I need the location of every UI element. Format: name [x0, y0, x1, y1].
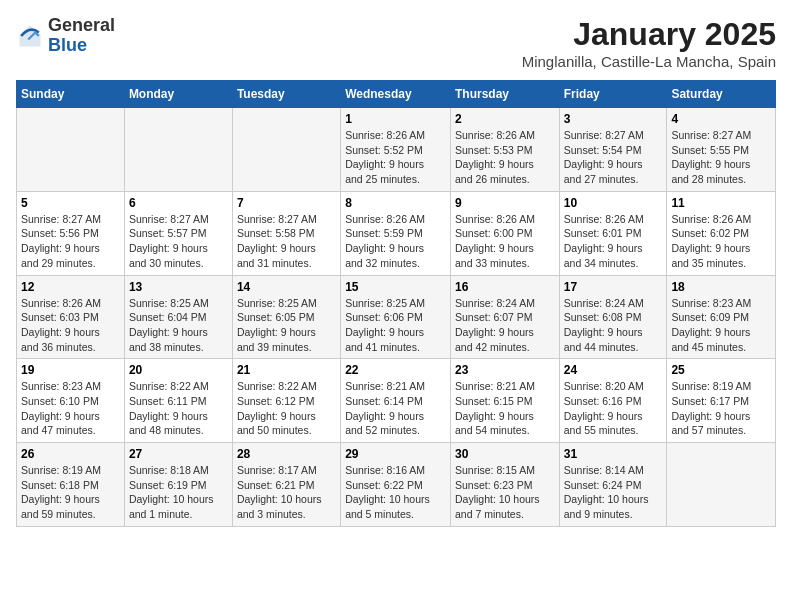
day-info: Sunrise: 8:26 AM Sunset: 6:02 PM Dayligh…: [671, 212, 771, 271]
day-number: 2: [455, 112, 555, 126]
day-info: Sunrise: 8:20 AM Sunset: 6:16 PM Dayligh…: [564, 379, 663, 438]
calendar-cell: 4Sunrise: 8:27 AM Sunset: 5:55 PM Daylig…: [667, 108, 776, 192]
day-info: Sunrise: 8:15 AM Sunset: 6:23 PM Dayligh…: [455, 463, 555, 522]
calendar-cell: 13Sunrise: 8:25 AM Sunset: 6:04 PM Dayli…: [124, 275, 232, 359]
day-number: 27: [129, 447, 228, 461]
logo: General Blue: [16, 16, 115, 56]
calendar-cell: 7Sunrise: 8:27 AM Sunset: 5:58 PM Daylig…: [232, 191, 340, 275]
day-number: 25: [671, 363, 771, 377]
logo-blue-text: Blue: [48, 36, 115, 56]
logo-text: General Blue: [48, 16, 115, 56]
calendar-week-row: 1Sunrise: 8:26 AM Sunset: 5:52 PM Daylig…: [17, 108, 776, 192]
calendar-cell: [17, 108, 125, 192]
calendar-cell: 12Sunrise: 8:26 AM Sunset: 6:03 PM Dayli…: [17, 275, 125, 359]
calendar-cell: 1Sunrise: 8:26 AM Sunset: 5:52 PM Daylig…: [341, 108, 451, 192]
day-info: Sunrise: 8:26 AM Sunset: 6:01 PM Dayligh…: [564, 212, 663, 271]
weekday-header-thursday: Thursday: [450, 81, 559, 108]
calendar-week-row: 12Sunrise: 8:26 AM Sunset: 6:03 PM Dayli…: [17, 275, 776, 359]
calendar-cell: 26Sunrise: 8:19 AM Sunset: 6:18 PM Dayli…: [17, 443, 125, 527]
calendar-cell: 20Sunrise: 8:22 AM Sunset: 6:11 PM Dayli…: [124, 359, 232, 443]
day-info: Sunrise: 8:27 AM Sunset: 5:55 PM Dayligh…: [671, 128, 771, 187]
day-number: 4: [671, 112, 771, 126]
day-info: Sunrise: 8:25 AM Sunset: 6:06 PM Dayligh…: [345, 296, 446, 355]
day-info: Sunrise: 8:21 AM Sunset: 6:14 PM Dayligh…: [345, 379, 446, 438]
day-number: 8: [345, 196, 446, 210]
day-number: 18: [671, 280, 771, 294]
day-info: Sunrise: 8:23 AM Sunset: 6:09 PM Dayligh…: [671, 296, 771, 355]
day-number: 10: [564, 196, 663, 210]
day-info: Sunrise: 8:25 AM Sunset: 6:05 PM Dayligh…: [237, 296, 336, 355]
calendar-cell: 17Sunrise: 8:24 AM Sunset: 6:08 PM Dayli…: [559, 275, 667, 359]
day-info: Sunrise: 8:25 AM Sunset: 6:04 PM Dayligh…: [129, 296, 228, 355]
day-info: Sunrise: 8:26 AM Sunset: 5:53 PM Dayligh…: [455, 128, 555, 187]
calendar-cell: 31Sunrise: 8:14 AM Sunset: 6:24 PM Dayli…: [559, 443, 667, 527]
calendar-cell: 28Sunrise: 8:17 AM Sunset: 6:21 PM Dayli…: [232, 443, 340, 527]
day-info: Sunrise: 8:17 AM Sunset: 6:21 PM Dayligh…: [237, 463, 336, 522]
day-number: 22: [345, 363, 446, 377]
day-info: Sunrise: 8:27 AM Sunset: 5:57 PM Dayligh…: [129, 212, 228, 271]
day-number: 17: [564, 280, 663, 294]
calendar-cell: 6Sunrise: 8:27 AM Sunset: 5:57 PM Daylig…: [124, 191, 232, 275]
calendar-cell: 27Sunrise: 8:18 AM Sunset: 6:19 PM Dayli…: [124, 443, 232, 527]
calendar-cell: 25Sunrise: 8:19 AM Sunset: 6:17 PM Dayli…: [667, 359, 776, 443]
calendar-cell: 18Sunrise: 8:23 AM Sunset: 6:09 PM Dayli…: [667, 275, 776, 359]
logo-general-text: General: [48, 16, 115, 36]
title-block: January 2025 Minglanilla, Castille-La Ma…: [522, 16, 776, 70]
calendar-week-row: 5Sunrise: 8:27 AM Sunset: 5:56 PM Daylig…: [17, 191, 776, 275]
day-number: 30: [455, 447, 555, 461]
weekday-header-sunday: Sunday: [17, 81, 125, 108]
logo-icon: [16, 22, 44, 50]
weekday-header-row: SundayMondayTuesdayWednesdayThursdayFrid…: [17, 81, 776, 108]
day-number: 14: [237, 280, 336, 294]
day-number: 24: [564, 363, 663, 377]
day-number: 6: [129, 196, 228, 210]
day-number: 15: [345, 280, 446, 294]
day-number: 1: [345, 112, 446, 126]
day-number: 26: [21, 447, 120, 461]
day-info: Sunrise: 8:23 AM Sunset: 6:10 PM Dayligh…: [21, 379, 120, 438]
calendar-cell: 8Sunrise: 8:26 AM Sunset: 5:59 PM Daylig…: [341, 191, 451, 275]
day-info: Sunrise: 8:26 AM Sunset: 6:00 PM Dayligh…: [455, 212, 555, 271]
day-info: Sunrise: 8:24 AM Sunset: 6:07 PM Dayligh…: [455, 296, 555, 355]
calendar-cell: 30Sunrise: 8:15 AM Sunset: 6:23 PM Dayli…: [450, 443, 559, 527]
day-number: 5: [21, 196, 120, 210]
calendar-cell: 5Sunrise: 8:27 AM Sunset: 5:56 PM Daylig…: [17, 191, 125, 275]
day-number: 28: [237, 447, 336, 461]
day-info: Sunrise: 8:19 AM Sunset: 6:18 PM Dayligh…: [21, 463, 120, 522]
day-number: 31: [564, 447, 663, 461]
day-info: Sunrise: 8:22 AM Sunset: 6:12 PM Dayligh…: [237, 379, 336, 438]
day-info: Sunrise: 8:21 AM Sunset: 6:15 PM Dayligh…: [455, 379, 555, 438]
calendar-cell: 16Sunrise: 8:24 AM Sunset: 6:07 PM Dayli…: [450, 275, 559, 359]
day-number: 7: [237, 196, 336, 210]
calendar-cell: [124, 108, 232, 192]
weekday-header-saturday: Saturday: [667, 81, 776, 108]
day-number: 13: [129, 280, 228, 294]
calendar-cell: 23Sunrise: 8:21 AM Sunset: 6:15 PM Dayli…: [450, 359, 559, 443]
day-number: 20: [129, 363, 228, 377]
day-number: 11: [671, 196, 771, 210]
day-info: Sunrise: 8:22 AM Sunset: 6:11 PM Dayligh…: [129, 379, 228, 438]
calendar-cell: 2Sunrise: 8:26 AM Sunset: 5:53 PM Daylig…: [450, 108, 559, 192]
day-info: Sunrise: 8:27 AM Sunset: 5:58 PM Dayligh…: [237, 212, 336, 271]
day-number: 3: [564, 112, 663, 126]
calendar-cell: 22Sunrise: 8:21 AM Sunset: 6:14 PM Dayli…: [341, 359, 451, 443]
calendar-cell: 24Sunrise: 8:20 AM Sunset: 6:16 PM Dayli…: [559, 359, 667, 443]
day-number: 29: [345, 447, 446, 461]
calendar-cell: [667, 443, 776, 527]
calendar-cell: 19Sunrise: 8:23 AM Sunset: 6:10 PM Dayli…: [17, 359, 125, 443]
day-info: Sunrise: 8:27 AM Sunset: 5:54 PM Dayligh…: [564, 128, 663, 187]
day-number: 16: [455, 280, 555, 294]
day-info: Sunrise: 8:18 AM Sunset: 6:19 PM Dayligh…: [129, 463, 228, 522]
day-number: 23: [455, 363, 555, 377]
page-header: General Blue January 2025 Minglanilla, C…: [16, 16, 776, 70]
day-number: 9: [455, 196, 555, 210]
weekday-header-tuesday: Tuesday: [232, 81, 340, 108]
calendar-cell: 3Sunrise: 8:27 AM Sunset: 5:54 PM Daylig…: [559, 108, 667, 192]
weekday-header-wednesday: Wednesday: [341, 81, 451, 108]
day-number: 12: [21, 280, 120, 294]
calendar-cell: 14Sunrise: 8:25 AM Sunset: 6:05 PM Dayli…: [232, 275, 340, 359]
day-info: Sunrise: 8:16 AM Sunset: 6:22 PM Dayligh…: [345, 463, 446, 522]
day-number: 19: [21, 363, 120, 377]
weekday-header-monday: Monday: [124, 81, 232, 108]
calendar-cell: 9Sunrise: 8:26 AM Sunset: 6:00 PM Daylig…: [450, 191, 559, 275]
